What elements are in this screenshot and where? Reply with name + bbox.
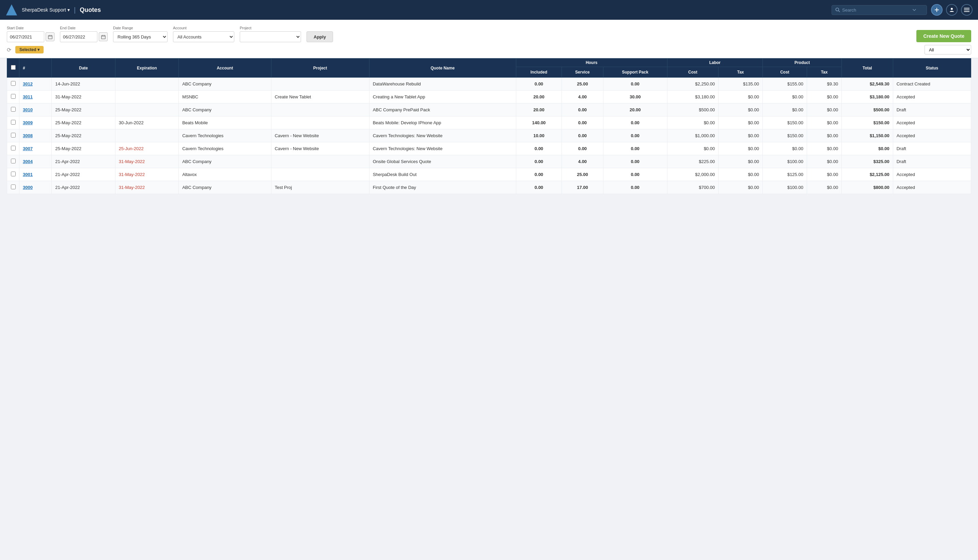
row-hours-service: 25.00 (562, 78, 603, 90)
row-id[interactable]: 3009 (19, 117, 52, 129)
search-input[interactable] (842, 7, 910, 13)
search-dropdown-icon[interactable] (912, 8, 916, 12)
selected-label: Selected (19, 47, 36, 52)
row-labor-tax: $0.00 (719, 142, 763, 155)
row-id[interactable]: 3004 (19, 155, 52, 168)
row-hours-service: 4.00 (562, 90, 603, 103)
row-checkbox-cell[interactable] (7, 168, 19, 181)
search-bar[interactable] (831, 5, 927, 15)
row-id[interactable]: 3001 (19, 168, 52, 181)
date-range-select[interactable]: Rolling 365 Days Last 30 Days Last 90 Da… (113, 31, 167, 42)
nav-logo (5, 4, 18, 16)
svg-rect-8 (48, 35, 52, 39)
row-hours-included: 20.00 (516, 90, 562, 103)
row-total: $1,150.00 (842, 129, 893, 142)
col-product-cost-header: Cost (763, 67, 807, 78)
row-checkbox-cell[interactable] (7, 129, 19, 142)
row-total: $2,549.30 (842, 78, 893, 90)
row-hours-included: 0.00 (516, 181, 562, 194)
selected-button[interactable]: Selected ▾ (15, 46, 43, 53)
row-checkbox[interactable] (11, 94, 16, 99)
row-expiration (115, 103, 179, 117)
row-quote-name: Onsite Global Services Quote (369, 155, 516, 168)
row-status: Accepted (893, 90, 971, 103)
filters-bar: Start Date End Date Date Range Rolling (0, 20, 978, 58)
row-product-cost: $100.00 (763, 181, 807, 194)
row-status: Draft (893, 103, 971, 117)
row-id[interactable]: 3010 (19, 103, 52, 117)
row-checkbox-cell[interactable] (7, 103, 19, 117)
create-new-quote-button[interactable]: Create New Quote (916, 30, 971, 42)
user-button[interactable] (946, 4, 958, 16)
row-checkbox[interactable] (11, 158, 16, 163)
select-all-checkbox[interactable] (11, 65, 16, 70)
row-id[interactable]: 3008 (19, 129, 52, 142)
row-status: Contract Created (893, 78, 971, 90)
start-date-input[interactable] (7, 31, 44, 42)
start-date-calendar-icon[interactable] (46, 32, 55, 41)
row-hours-support: 30.00 (603, 90, 667, 103)
row-status: Accepted (893, 117, 971, 129)
row-status: Accepted (893, 129, 971, 142)
col-date-header: Date (52, 58, 115, 78)
add-button[interactable] (931, 4, 943, 16)
row-checkbox-cell[interactable] (7, 155, 19, 168)
end-date-calendar-icon[interactable] (99, 32, 108, 41)
account-select[interactable]: All Accounts ABC Company MSNBC Beats Mob… (173, 31, 234, 42)
row-checkbox-cell[interactable] (7, 117, 19, 129)
row-labor-cost: $3,180.00 (667, 90, 719, 103)
row-date: 31-May-2022 (52, 90, 115, 103)
col-hours-included-header: Included (516, 67, 562, 78)
row-checkbox-cell[interactable] (7, 90, 19, 103)
row-quote-name: DataWarehouse Rebuild (369, 78, 516, 90)
row-account: Cavern Technologies (179, 129, 271, 142)
row-product-tax: $0.00 (807, 117, 841, 129)
apply-button[interactable]: Apply (307, 31, 333, 42)
row-checkbox-cell[interactable] (7, 78, 19, 90)
row-checkbox[interactable] (11, 133, 16, 138)
row-checkbox[interactable] (11, 120, 16, 125)
row-expiration (115, 90, 179, 103)
project-label: Project (240, 26, 301, 30)
row-id[interactable]: 3011 (19, 90, 52, 103)
row-hours-support: 0.00 (603, 155, 667, 168)
all-filter-select[interactable]: All Draft Accepted Contract Created (925, 45, 971, 55)
col-quotename-header: Quote Name (369, 58, 516, 78)
row-checkbox[interactable] (11, 185, 16, 189)
row-account: ABC Company (179, 155, 271, 168)
nav-divider: | (74, 6, 75, 14)
refresh-icon[interactable]: ⟳ (7, 47, 11, 53)
nav-brand[interactable]: SherpaDesk Support ▾ (22, 7, 70, 13)
row-expiration (115, 129, 179, 142)
table-row: 3009 25-May-2022 30-Jun-2022 Beats Mobil… (7, 117, 971, 129)
row-checkbox[interactable] (11, 146, 16, 150)
menu-button[interactable] (961, 4, 973, 16)
row-id[interactable]: 3012 (19, 78, 52, 90)
row-expiration: 31-May-2022 (115, 155, 179, 168)
row-checkbox-cell[interactable] (7, 142, 19, 155)
row-labor-cost: $2,000.00 (667, 168, 719, 181)
row-checkbox-cell[interactable] (7, 181, 19, 194)
row-checkbox[interactable] (11, 107, 16, 112)
row-quote-name: SherpaDesk Build Out (369, 168, 516, 181)
row-product-cost: $125.00 (763, 168, 807, 181)
row-checkbox[interactable] (11, 172, 16, 176)
project-select[interactable]: Create New Tablet Cavern - New Website T… (240, 31, 301, 42)
row-product-cost: $100.00 (763, 155, 807, 168)
row-hours-service: 0.00 (562, 129, 603, 142)
col-labor-cost-header: Cost (667, 67, 719, 78)
row-account: ABC Company (179, 78, 271, 90)
end-date-input[interactable] (60, 31, 97, 42)
row-id[interactable]: 3007 (19, 142, 52, 155)
col-labor-tax-header: Tax (719, 67, 763, 78)
brand-dropdown-icon[interactable]: ▾ (67, 7, 70, 13)
row-total: $2,125.00 (842, 168, 893, 181)
row-checkbox[interactable] (11, 81, 16, 86)
row-id[interactable]: 3000 (19, 181, 52, 194)
col-product-tax-header: Tax (807, 67, 841, 78)
row-product-tax: $0.00 (807, 90, 841, 103)
row-labor-tax: $0.00 (719, 103, 763, 117)
col-checkbox[interactable] (7, 58, 19, 78)
row-labor-tax: $0.00 (719, 90, 763, 103)
row-account: ABC Company (179, 103, 271, 117)
